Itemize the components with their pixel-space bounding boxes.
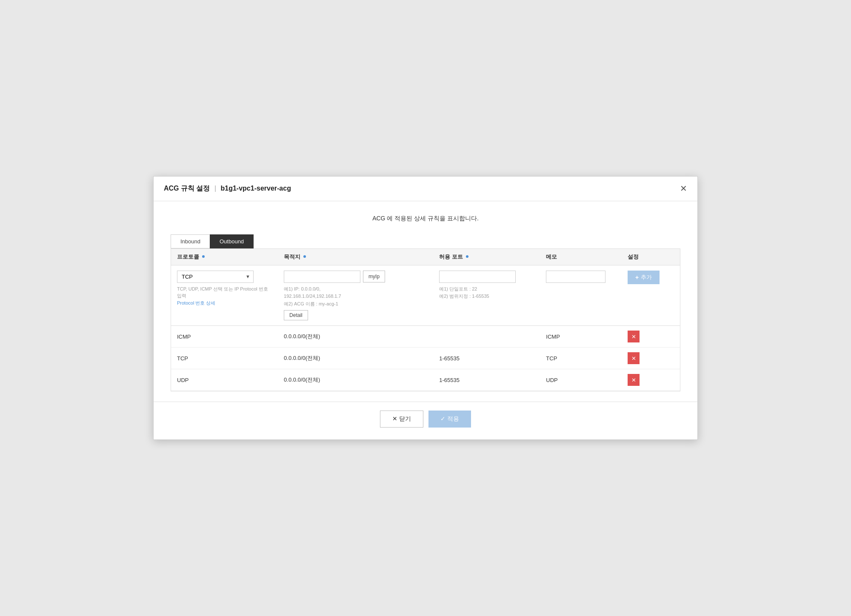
detail-button[interactable]: Detail bbox=[284, 310, 308, 320]
modal: ACG 규칙 설정 | b1g1-vpc1-server-acg ✕ ACG 에… bbox=[153, 176, 698, 440]
protocol-select[interactable]: TCP UDP ICMP bbox=[177, 271, 254, 283]
table-row: ICMP 0.0.0.0/0(전체) ICMP ✕ bbox=[171, 326, 680, 348]
row-settings: ✕ bbox=[622, 369, 680, 391]
destination-cell: myIp 예1) IP: 0.0.0.0/0, 192.168.1.0/24,1… bbox=[278, 265, 433, 326]
modal-body: ACG 에 적용된 상세 규칙을 표시합니다. Inbound Outbound… bbox=[154, 201, 697, 402]
port-hints: 예1) 단일포트 : 22 예2) 범위지정 : 1-65535 bbox=[439, 285, 534, 300]
required-dot-protocol bbox=[202, 255, 205, 258]
table-row: UDP 0.0.0.0/0(전체) 1-65535 UDP ✕ bbox=[171, 369, 680, 391]
protocol-select-wrapper: TCP UDP ICMP ▼ bbox=[177, 271, 254, 283]
col-header-protocol: 프로토콜 bbox=[171, 249, 278, 265]
col-header-memo: 메모 bbox=[540, 249, 622, 265]
rules-table: 프로토콜 목적지 허용 포트 메모 bbox=[171, 249, 680, 391]
modal-header: ACG 규칙 설정 | b1g1-vpc1-server-acg ✕ bbox=[154, 177, 697, 201]
row-destination: 0.0.0.0/0(전체) bbox=[278, 369, 433, 391]
dest-input-wrapper: myIp bbox=[284, 271, 427, 283]
close-button[interactable]: ✕ 닫기 bbox=[380, 411, 423, 428]
subtitle-text: b1g1-vpc1-server-acg bbox=[221, 185, 291, 192]
table-row: TCP 0.0.0.0/0(전체) 1-65535 TCP ✕ bbox=[171, 348, 680, 369]
row-allowport: 1-65535 bbox=[433, 348, 540, 369]
title-text: ACG 규칙 설정 bbox=[164, 185, 210, 192]
delete-rule-button-1[interactable]: ✕ bbox=[628, 352, 640, 364]
table-header-row: 프로토콜 목적지 허용 포트 메모 bbox=[171, 249, 680, 265]
apply-button[interactable]: ✓ 적용 bbox=[428, 411, 471, 428]
row-allowport: 1-65535 bbox=[433, 369, 540, 391]
port-cell: 예1) 단일포트 : 22 예2) 범위지정 : 1-65535 bbox=[433, 265, 540, 326]
myip-button[interactable]: myIp bbox=[363, 271, 385, 282]
row-protocol: UDP bbox=[171, 369, 278, 391]
add-cell: + 추가 bbox=[622, 265, 680, 326]
protocol-link[interactable]: Protocol 번호 상세 bbox=[177, 300, 215, 305]
rules-table-container: 프로토콜 목적지 허용 포트 메모 bbox=[171, 248, 680, 392]
plus-icon: + bbox=[635, 274, 639, 281]
modal-title: ACG 규칙 설정 | b1g1-vpc1-server-acg bbox=[164, 184, 291, 193]
row-settings: ✕ bbox=[622, 348, 680, 369]
tab-inbound[interactable]: Inbound bbox=[171, 234, 210, 248]
add-rule-button[interactable]: + 추가 bbox=[628, 271, 660, 284]
modal-footer: ✕ 닫기 ✓ 적용 bbox=[154, 402, 697, 439]
delete-rule-button-2[interactable]: ✕ bbox=[628, 374, 640, 386]
row-destination: 0.0.0.0/0(전체) bbox=[278, 326, 433, 348]
row-memo: UDP bbox=[540, 369, 622, 391]
port-input[interactable] bbox=[439, 271, 516, 283]
row-protocol: TCP bbox=[171, 348, 278, 369]
required-dot-destination bbox=[303, 255, 306, 258]
row-memo: TCP bbox=[540, 348, 622, 369]
col-header-settings: 설정 bbox=[622, 249, 680, 265]
input-row: TCP UDP ICMP ▼ TCP, UDP, ICMP 선택 또는 IP P… bbox=[171, 265, 680, 326]
protocol-cell: TCP UDP ICMP ▼ TCP, UDP, ICMP 선택 또는 IP P… bbox=[171, 265, 278, 326]
dest-hints: 예1) IP: 0.0.0.0/0, 192.168.1.0/24,192.16… bbox=[284, 285, 427, 308]
row-settings: ✕ bbox=[622, 326, 680, 348]
row-allowport bbox=[433, 326, 540, 348]
row-protocol: ICMP bbox=[171, 326, 278, 348]
row-destination: 0.0.0.0/0(전체) bbox=[278, 348, 433, 369]
memo-input[interactable] bbox=[546, 271, 605, 283]
col-header-allowport: 허용 포트 bbox=[433, 249, 540, 265]
required-dot-allowport bbox=[466, 255, 468, 258]
col-header-destination: 목적지 bbox=[278, 249, 433, 265]
tab-group: Inbound Outbound bbox=[171, 234, 680, 248]
close-icon-button[interactable]: ✕ bbox=[680, 184, 687, 193]
memo-cell bbox=[540, 265, 622, 326]
description-text: ACG 에 적용된 상세 규칙을 표시합니다. bbox=[171, 215, 680, 222]
protocol-hint-text: TCP, UDP, ICMP 선택 또는 IP Protocol 번호 입력 P… bbox=[177, 285, 272, 307]
tab-outbound[interactable]: Outbound bbox=[210, 234, 254, 248]
delete-rule-button-0[interactable]: ✕ bbox=[628, 331, 640, 342]
destination-input[interactable] bbox=[284, 271, 360, 283]
row-memo: ICMP bbox=[540, 326, 622, 348]
